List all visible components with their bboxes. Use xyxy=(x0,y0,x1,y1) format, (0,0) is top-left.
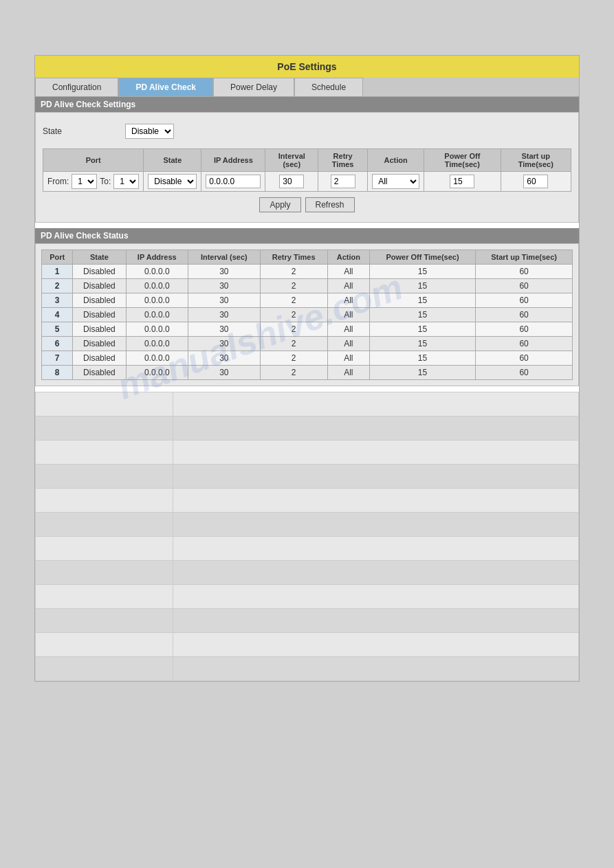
status-interval: 30 xyxy=(188,366,260,380)
status-startup: 60 xyxy=(476,366,573,380)
lower-col2 xyxy=(173,465,579,489)
status-section-header: PD Alive Check Status xyxy=(35,228,579,243)
status-interval: 30 xyxy=(188,337,260,351)
status-state: Disabled xyxy=(73,351,126,366)
tab-schedule[interactable]: Schedule xyxy=(294,78,363,96)
status-state: Disabled xyxy=(73,293,126,308)
config-table: Port State IP Address Interval (sec) Ret… xyxy=(43,148,571,192)
to-select[interactable]: 1234 5678 xyxy=(113,174,139,189)
lower-col1 xyxy=(36,489,173,513)
lower-col1 xyxy=(36,537,173,561)
status-startup: 60 xyxy=(476,293,573,308)
tab-configuration[interactable]: Configuration xyxy=(35,78,118,96)
status-power-off: 15 xyxy=(369,322,475,337)
status-col-action: Action xyxy=(327,250,369,265)
config-row: From: 1234 5678 To: 1234 5678 xyxy=(43,172,571,192)
col-retry: Retry Times xyxy=(318,149,368,172)
status-startup: 60 xyxy=(476,322,573,337)
status-startup: 60 xyxy=(476,337,573,351)
lower-col1 xyxy=(36,392,173,416)
status-action: All xyxy=(327,308,369,322)
row-interval-input[interactable] xyxy=(279,175,304,188)
status-col-state: State xyxy=(73,250,126,265)
status-retry: 2 xyxy=(260,279,327,293)
refresh-button[interactable]: Refresh xyxy=(305,197,355,212)
status-retry: 2 xyxy=(260,366,327,380)
row-power-off-input[interactable] xyxy=(450,175,474,188)
list-item xyxy=(36,465,579,489)
list-item xyxy=(36,657,579,681)
row-state-select[interactable]: Disable Enable xyxy=(148,174,197,189)
status-interval: 30 xyxy=(188,265,260,279)
status-ip: 0.0.0.0 xyxy=(126,351,188,366)
row-power-off-cell xyxy=(424,172,501,192)
lower-col2 xyxy=(173,416,579,441)
table-row: 2 Disabled 0.0.0.0 30 2 All 15 60 xyxy=(42,279,573,293)
status-action: All xyxy=(327,337,369,351)
lower-col1 xyxy=(36,416,173,441)
status-retry: 2 xyxy=(260,293,327,308)
status-col-port: Port xyxy=(42,250,73,265)
from-select[interactable]: 1234 5678 xyxy=(72,174,97,189)
status-startup: 60 xyxy=(476,351,573,366)
status-action: All xyxy=(327,366,369,380)
status-startup: 60 xyxy=(476,279,573,293)
status-col-retry: Retry Times xyxy=(260,250,327,265)
status-power-off: 15 xyxy=(369,351,475,366)
status-interval: 30 xyxy=(188,322,260,337)
tab-bar: Configuration PD Alive Check Power Delay… xyxy=(35,78,579,97)
row-action-cell: All Reboot xyxy=(368,172,424,192)
status-power-off: 15 xyxy=(369,366,475,380)
table-row: 4 Disabled 0.0.0.0 30 2 All 15 60 xyxy=(42,308,573,322)
table-row: 1 Disabled 0.0.0.0 30 2 All 15 60 xyxy=(42,265,573,279)
status-power-off: 15 xyxy=(369,293,475,308)
settings-section-header: PD Alive Check Settings xyxy=(35,97,579,112)
row-retry-input[interactable] xyxy=(331,175,355,188)
apply-button[interactable]: Apply xyxy=(259,197,300,212)
status-state: Disabled xyxy=(73,265,126,279)
status-state: Disabled xyxy=(73,308,126,322)
row-retry-cell xyxy=(318,172,368,192)
settings-box: State Disable Enable Port State IP Addre… xyxy=(35,112,579,223)
lower-col1 xyxy=(36,441,173,465)
status-retry: 2 xyxy=(260,308,327,322)
lower-col1 xyxy=(36,585,173,609)
list-item xyxy=(36,561,579,585)
status-action: All xyxy=(327,265,369,279)
status-power-off: 15 xyxy=(369,265,475,279)
row-startup-input[interactable] xyxy=(523,175,548,188)
status-ip: 0.0.0.0 xyxy=(126,322,188,337)
status-power-off: 15 xyxy=(369,279,475,293)
list-item xyxy=(36,609,579,633)
state-select[interactable]: Disable Enable xyxy=(125,124,174,139)
lower-section xyxy=(35,392,579,681)
status-startup: 60 xyxy=(476,308,573,322)
col-startup: Start up Time(sec) xyxy=(501,149,571,172)
tab-pd-alive-check[interactable]: PD Alive Check xyxy=(118,78,213,96)
status-state: Disabled xyxy=(73,337,126,351)
status-retry: 2 xyxy=(260,351,327,366)
status-state: Disabled xyxy=(73,366,126,380)
row-ip-input[interactable] xyxy=(206,175,261,188)
page-title: PoE Settings xyxy=(35,56,579,78)
status-action: All xyxy=(327,322,369,337)
list-item xyxy=(36,441,579,465)
status-interval: 30 xyxy=(188,351,260,366)
status-state: Disabled xyxy=(73,279,126,293)
status-port: 1 xyxy=(42,265,73,279)
row-action-select[interactable]: All Reboot xyxy=(372,174,419,189)
table-row: 3 Disabled 0.0.0.0 30 2 All 15 60 xyxy=(42,293,573,308)
status-power-off: 15 xyxy=(369,308,475,322)
list-item xyxy=(36,633,579,657)
lower-col2 xyxy=(173,441,579,465)
lower-table xyxy=(35,392,579,681)
table-row: 5 Disabled 0.0.0.0 30 2 All 15 60 xyxy=(42,322,573,337)
col-state: State xyxy=(144,149,201,172)
status-retry: 2 xyxy=(260,322,327,337)
tab-power-delay[interactable]: Power Delay xyxy=(213,78,294,96)
table-row: 7 Disabled 0.0.0.0 30 2 All 15 60 xyxy=(42,351,573,366)
col-port: Port xyxy=(43,149,144,172)
status-table: Port State IP Address Interval (sec) Ret… xyxy=(41,249,573,380)
lower-col1 xyxy=(36,609,173,633)
lower-col1 xyxy=(36,465,173,489)
